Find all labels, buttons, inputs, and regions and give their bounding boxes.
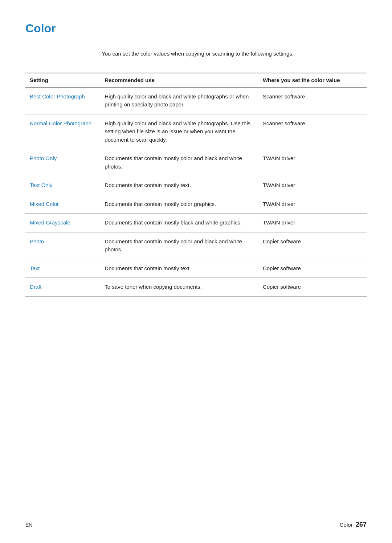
- footer-color-label: Color: [340, 522, 353, 528]
- recommended-use: High quality color and black and white p…: [100, 87, 258, 114]
- where-set: Scanner software: [258, 87, 367, 114]
- setting-name: Text: [25, 259, 100, 278]
- where-set: Copier software: [258, 278, 367, 297]
- table-row: DraftTo save toner when copying document…: [25, 278, 367, 297]
- recommended-use: Documents that contain mostly color and …: [100, 232, 258, 259]
- table-row: Text OnlyDocuments that contain mostly t…: [25, 176, 367, 195]
- table-row: TextDocuments that contain mostly text.C…: [25, 259, 367, 278]
- intro-text: You can set the color values when copyin…: [102, 50, 367, 58]
- setting-name: Mixed Grayscale: [25, 214, 100, 232]
- page-title: Color: [25, 22, 367, 35]
- recommended-use: Documents that contain mostly text.: [100, 176, 258, 195]
- recommended-use: Documents that contain mostly color and …: [100, 149, 258, 176]
- recommended-use: Documents that contain mostly black and …: [100, 214, 258, 232]
- recommended-use: Documents that contain mostly text.: [100, 259, 258, 278]
- table-row: Mixed ColorDocuments that contain mostly…: [25, 195, 367, 214]
- setting-name: Best Color Photograph: [25, 87, 100, 114]
- setting-name: Draft: [25, 278, 100, 297]
- table-row: Photo OnlyDocuments that contain mostly …: [25, 149, 367, 176]
- footer-page-info: Color 267: [340, 521, 367, 528]
- recommended-use: Documents that contain mostly color grap…: [100, 195, 258, 214]
- setting-name: Mixed Color: [25, 195, 100, 214]
- where-set: TWAIN driver: [258, 195, 367, 214]
- footer-language: EN: [25, 522, 32, 528]
- header-setting: Setting: [25, 73, 100, 87]
- header-recommended: Recommended use: [100, 73, 258, 87]
- recommended-use: High quality color and black and white p…: [100, 114, 258, 149]
- where-set: TWAIN driver: [258, 149, 367, 176]
- setting-name: Photo Only: [25, 149, 100, 176]
- setting-name: Photo: [25, 232, 100, 259]
- where-set: Scanner software: [258, 114, 367, 149]
- page-footer: EN Color 267: [25, 521, 367, 528]
- where-set: Copier software: [258, 259, 367, 278]
- table-row: PhotoDocuments that contain mostly color…: [25, 232, 367, 259]
- table-row: Normal Color PhotographHigh quality colo…: [25, 114, 367, 149]
- color-settings-table: Setting Recommended use Where you set th…: [25, 73, 367, 297]
- where-set: TWAIN driver: [258, 214, 367, 232]
- where-set: TWAIN driver: [258, 176, 367, 195]
- setting-name: Normal Color Photograph: [25, 114, 100, 149]
- recommended-use: To save toner when copying documents.: [100, 278, 258, 297]
- table-row: Best Color PhotographHigh quality color …: [25, 87, 367, 114]
- setting-name: Text Only: [25, 176, 100, 195]
- table-row: Mixed GrayscaleDocuments that contain mo…: [25, 214, 367, 232]
- where-set: Copier software: [258, 232, 367, 259]
- header-where: Where you set the color value: [258, 73, 367, 87]
- footer-page-number: 267: [356, 521, 367, 528]
- table-header-row: Setting Recommended use Where you set th…: [25, 73, 367, 87]
